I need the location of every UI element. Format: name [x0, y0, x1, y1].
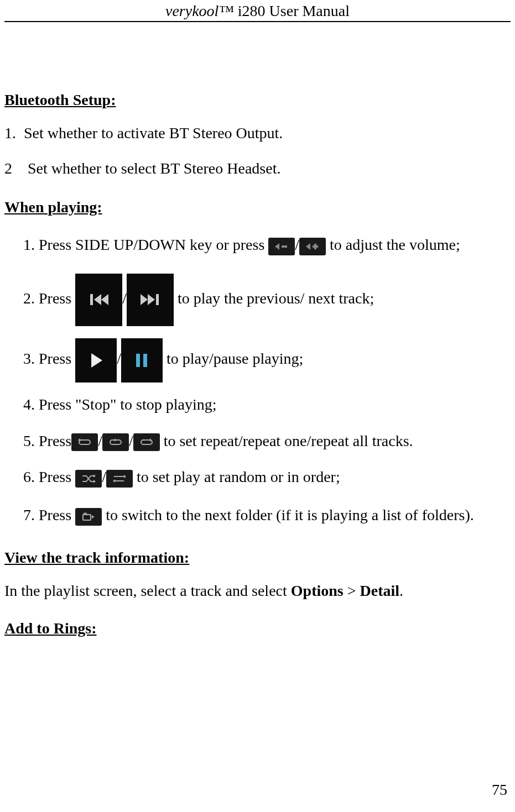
wp3-slash: /	[117, 350, 121, 367]
wp-item-7: 7. Press to switch to the next folder (i…	[23, 499, 511, 532]
view-track-text: In the playlist screen, select a track a…	[4, 579, 511, 603]
svg-rect-2	[314, 244, 316, 249]
page-content: Bluetooth Setup: 1. Set whether to activ…	[0, 22, 515, 640]
header-title-italic: verykool™	[165, 2, 234, 19]
play-icon	[75, 338, 117, 383]
wp2-text-b: to play the previous/ next track;	[174, 290, 374, 307]
wp3-text-a: 3. Press	[23, 350, 75, 367]
bluetooth-item-1: 1. Set whether to activate BT Stereo Out…	[4, 122, 511, 145]
list-number: 1.	[4, 124, 16, 142]
when-playing-heading: When playing:	[4, 196, 511, 219]
wp1-text-b: to adjust the volume;	[326, 236, 460, 253]
svg-rect-6	[143, 354, 147, 367]
view-text-a: In the playlist screen, select a track a…	[4, 582, 291, 599]
previous-track-icon	[75, 274, 122, 326]
wp6-text-a: 6. Press	[23, 468, 75, 485]
wp2-slash: /	[122, 290, 127, 307]
repeat-one-icon	[102, 433, 129, 451]
list-number: 2	[4, 160, 12, 177]
when-playing-list: 1. Press SIDE UP/DOWN key or press / to …	[4, 229, 511, 532]
wp5-s1: /	[98, 432, 102, 449]
wp7-text-b: to switch to the next folder (if it is p…	[102, 506, 474, 523]
wp3-text-b: to play/pause playing;	[163, 350, 303, 367]
view-period: .	[399, 582, 403, 599]
wp1-slash: /	[295, 236, 299, 253]
pause-icon	[121, 338, 163, 383]
wp-item-4: 4. Press "Stop" to stop playing;	[23, 390, 511, 419]
svg-rect-4	[156, 294, 159, 305]
wp6-s: /	[102, 468, 106, 485]
wp-item-2: 2. Press / to play the previous/ next tr…	[23, 274, 511, 326]
wp-item-3: 3. Press / to play/pause playing;	[23, 338, 511, 383]
shuffle-icon	[75, 470, 102, 488]
page-header: verykool™ i280 User Manual	[4, 0, 511, 22]
volume-up-icon	[299, 238, 326, 255]
wp5-text-a: 5. Press	[23, 432, 71, 449]
svg-rect-7	[83, 515, 91, 520]
wp-item-5: 5. Press// to set repeat/repeat one/repe…	[23, 427, 511, 455]
volume-down-icon	[268, 238, 295, 255]
list-text: Set whether to activate BT Stereo Output…	[24, 124, 283, 142]
wp1-text-a: 1. Press SIDE UP/DOWN key or press	[23, 236, 268, 253]
options-label: Options	[291, 582, 344, 599]
view-gt: >	[344, 582, 360, 599]
add-to-rings-heading: Add to Rings:	[4, 617, 511, 640]
in-order-icon	[106, 470, 133, 488]
next-folder-icon	[75, 508, 102, 526]
next-track-icon	[127, 274, 174, 326]
wp7-text-a: 7. Press	[23, 506, 75, 523]
wp6-text-b: to set play at random or in order;	[133, 468, 340, 485]
wp-item-1: 1. Press SIDE UP/DOWN key or press / to …	[23, 229, 511, 261]
wp5-text-b: to set repeat/repeat one/repeat all trac…	[160, 432, 413, 449]
wp5-s2: /	[129, 432, 133, 449]
header-title-normal: i280 User Manual	[234, 2, 350, 19]
svg-rect-5	[136, 354, 140, 367]
wp-item-6: 6. Press / to set play at random or in o…	[23, 463, 511, 491]
svg-rect-0	[282, 245, 287, 248]
view-track-heading: View the track information:	[4, 546, 511, 569]
repeat-all-icon	[133, 433, 160, 451]
page-number: 75	[492, 781, 507, 799]
detail-label: Detail	[360, 582, 400, 599]
repeat-off-icon	[71, 433, 98, 451]
bluetooth-setup-heading: Bluetooth Setup:	[4, 88, 511, 112]
list-text: Set whether to select BT Stereo Headset.	[28, 160, 280, 177]
wp2-text-a: 2. Press	[23, 290, 75, 307]
bluetooth-item-2: 2 Set whether to select BT Stereo Headse…	[4, 157, 511, 180]
svg-rect-3	[90, 294, 93, 305]
